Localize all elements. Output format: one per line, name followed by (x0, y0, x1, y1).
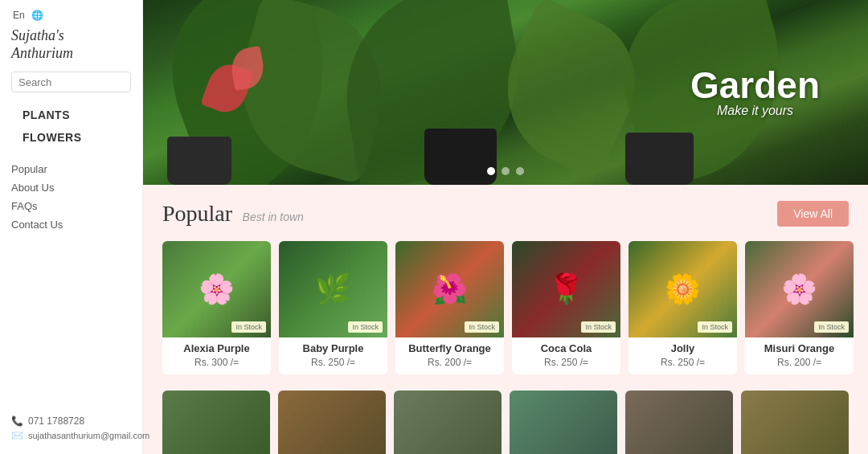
product-price-3: Rs. 250 /= (518, 357, 614, 368)
nav-flowers[interactable]: FLOWERS (23, 126, 120, 149)
second-card-0[interactable] (162, 391, 270, 454)
second-card-2[interactable] (394, 391, 502, 454)
second-card-3[interactable] (510, 391, 617, 454)
hero-dot-1[interactable] (487, 167, 495, 175)
popular-section: Popular Best in town View All 🌸 In Stock… (143, 185, 868, 391)
in-stock-badge-4: In Stock (698, 321, 732, 333)
in-stock-badge-1: In Stock (348, 321, 383, 333)
lang-icon: 🌐 (31, 10, 43, 21)
product-price-5: Rs. 200 /= (751, 357, 847, 368)
product-price-2: Rs. 200 /= (402, 357, 497, 368)
product-card-4[interactable]: 🌼 In Stock Jolly Rs. 250 /= (628, 241, 737, 374)
sidebar-item-popular[interactable]: Popular (11, 160, 131, 178)
hero-dot-3[interactable] (516, 167, 524, 175)
product-name-4: Jolly (635, 342, 731, 354)
pot-3 (625, 133, 694, 185)
product-name-2: Butterfly Orange (402, 342, 497, 354)
section-subtitle: Best in town (243, 211, 304, 223)
nav-plants[interactable]: PLANTS (23, 104, 120, 126)
sidebar: En 🌐 Sujatha's Anthurium 🔍 PLANTS FLOWER… (0, 0, 143, 454)
product-card-2[interactable]: 🌺 In Stock Butterfly Orange Rs. 200 /= (395, 241, 504, 374)
pot-1 (167, 137, 231, 185)
email-icon: ✉️ (11, 430, 23, 441)
contact-info: 📞 071 1788728 ✉️ sujathasanthurium@gmail… (0, 398, 142, 454)
sidebar-bottom-nav: Popular About Us FAQs Contact Us (0, 155, 142, 239)
product-card-1[interactable]: 🌿 In Stock Baby Purple Rs. 250 /= (279, 241, 387, 374)
product-name-0: Alexia Purple (169, 342, 264, 354)
in-stock-badge-3: In Stock (581, 321, 616, 333)
phone-number: 071 1788728 (28, 415, 84, 427)
brand-logo: Sujatha's Anthurium (11, 27, 131, 62)
product-price-0: Rs. 300 /= (169, 357, 264, 368)
hero-banner: Garden Make it yours (143, 0, 868, 185)
product-card-3[interactable]: 🌹 In Stock Coca Cola Rs. 250 /= (512, 241, 620, 374)
second-card-5[interactable] (741, 391, 849, 454)
in-stock-badge-0: In Stock (231, 321, 266, 333)
search-input[interactable] (18, 76, 154, 88)
product-card-5[interactable]: 🌸 In Stock Misuri Orange Rs. 200 /= (745, 241, 854, 374)
pot-2 (424, 129, 497, 185)
product-name-1: Baby Purple (285, 342, 381, 354)
second-products-row (143, 391, 868, 454)
second-card-4[interactable] (625, 391, 733, 454)
hero-dot-2[interactable] (502, 167, 510, 175)
view-all-button[interactable]: View All (777, 201, 849, 227)
in-stock-badge-2: In Stock (465, 321, 499, 333)
main-content: Garden Make it yours Popular Best in tow… (143, 0, 868, 454)
section-title: Popular (162, 201, 232, 226)
product-price-1: Rs. 250 /= (285, 357, 381, 368)
sidebar-item-contact[interactable]: Contact Us (11, 215, 131, 234)
product-card-0[interactable]: 🌸 In Stock Alexia Purple Rs. 300 /= (162, 241, 271, 374)
in-stock-badge-5: In Stock (814, 321, 849, 333)
products-grid: 🌸 In Stock Alexia Purple Rs. 300 /= 🌿 In… (162, 241, 849, 374)
lang-en[interactable]: En (13, 10, 25, 21)
second-card-1[interactable] (278, 391, 386, 454)
phone-icon: 📞 (11, 415, 23, 427)
product-name-5: Misuri Orange (751, 342, 847, 354)
email-address: sujathasanthurium@gmail.com (28, 431, 149, 440)
hero-dots (487, 167, 524, 175)
sidebar-item-faqs[interactable]: FAQs (11, 197, 131, 215)
product-name-3: Coca Cola (518, 342, 614, 354)
sidebar-item-about[interactable]: About Us (11, 178, 131, 197)
product-price-4: Rs. 250 /= (635, 357, 731, 368)
section-title-group: Popular Best in town (162, 201, 304, 227)
section-header: Popular Best in town View All (162, 201, 849, 227)
hero-title: Garden (690, 67, 820, 104)
main-nav: PLANTS FLOWERS (11, 104, 131, 149)
hero-text: Garden Make it yours (690, 67, 820, 118)
